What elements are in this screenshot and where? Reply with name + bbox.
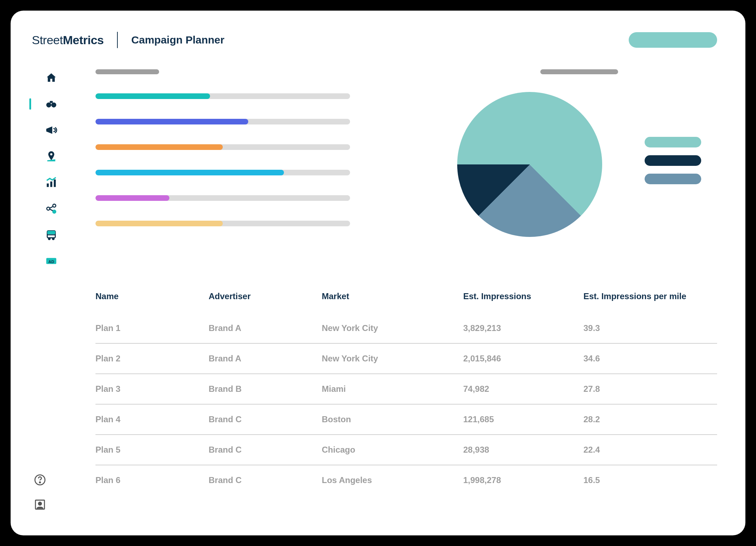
app-window: StreetMetrics Campaign Planner: [11, 11, 745, 535]
svg-point-12: [52, 238, 54, 240]
table-header-row: Name Advertiser Market Est. Impressions …: [95, 281, 717, 313]
bottom-utility-icons: [34, 474, 46, 511]
plans-table: Name Advertiser Market Est. Impressions …: [95, 281, 717, 495]
col-name: Name: [95, 291, 209, 301]
cell-advertiser: Brand A: [209, 354, 322, 364]
svg-point-3: [50, 153, 52, 155]
cell-impressions: 3,829,213: [463, 323, 583, 333]
bar-track: [95, 170, 350, 175]
cell-per_mile: 28.2: [583, 414, 717, 424]
cell-advertiser: Brand B: [209, 384, 322, 394]
bar-fill: [95, 93, 210, 99]
bar-fill: [95, 144, 223, 150]
svg-point-17: [40, 482, 41, 483]
sidebar-item-analytics[interactable]: [44, 175, 58, 190]
page-title: Campaign Planner: [131, 34, 224, 46]
cell-market: New York City: [322, 354, 463, 364]
svg-point-11: [48, 238, 50, 240]
cell-advertiser: Brand C: [209, 475, 322, 485]
cell-name: Plan 1: [95, 323, 209, 333]
cell-impressions: 1,998,278: [463, 475, 583, 485]
cell-name: Plan 2: [95, 354, 209, 364]
ad-icon: AD: [45, 255, 57, 267]
cell-impressions: 121,685: [463, 414, 583, 424]
legend-swatch: [645, 155, 701, 166]
cell-impressions: 74,982: [463, 384, 583, 394]
header: StreetMetrics Campaign Planner: [32, 32, 717, 48]
bus-icon: [45, 229, 57, 241]
user-icon[interactable]: [34, 499, 46, 511]
pie-chart-panel: [441, 69, 717, 246]
sidebar: AD: [32, 69, 71, 495]
sidebar-item-locations[interactable]: [44, 149, 58, 163]
sidebar-item-home[interactable]: [44, 71, 58, 85]
sidebar-item-transit[interactable]: [44, 228, 58, 242]
cell-impressions: 28,938: [463, 445, 583, 455]
bar-fill: [95, 119, 248, 124]
cell-advertiser: Brand C: [209, 445, 322, 455]
binoculars-icon: [45, 98, 57, 110]
table-row[interactable]: Plan 2Brand ANew York City2,015,84634.6: [95, 344, 717, 374]
table-row[interactable]: Plan 5Brand CChicago28,93822.4: [95, 435, 717, 465]
svg-rect-13: [47, 231, 56, 234]
svg-rect-6: [54, 180, 56, 187]
main-content: Name Advertiser Market Est. Impressions …: [71, 69, 717, 495]
cell-market: New York City: [322, 323, 463, 333]
cell-advertiser: Brand C: [209, 414, 322, 424]
cell-market: Boston: [322, 414, 463, 424]
chart-up-icon: [45, 176, 57, 188]
bar-track: [95, 93, 350, 99]
pie-chart: [457, 92, 602, 237]
sidebar-item-share[interactable]: [44, 202, 58, 216]
table-row[interactable]: Plan 3Brand BMiami74,98227.8: [95, 374, 717, 405]
brand-bold: Metrics: [63, 33, 104, 47]
legend-swatch: [645, 174, 701, 184]
bar-track: [95, 119, 350, 124]
cell-per_mile: 22.4: [583, 445, 717, 455]
brand-prefix: Street: [32, 33, 63, 47]
svg-point-1: [51, 103, 56, 108]
col-per-mile: Est. Impressions per mile: [583, 291, 717, 301]
bar-track: [95, 144, 350, 150]
bars-chart-title-placeholder: [95, 69, 159, 74]
col-market: Market: [322, 291, 463, 301]
svg-point-8: [53, 204, 56, 207]
header-action-button[interactable]: [629, 32, 717, 48]
col-impressions: Est. Impressions: [463, 291, 583, 301]
bar-track: [95, 221, 350, 226]
cell-name: Plan 3: [95, 384, 209, 394]
table-row[interactable]: Plan 4Brand CBoston121,68528.2: [95, 405, 717, 435]
map-pin-icon: [45, 150, 57, 162]
cell-per_mile: 34.6: [583, 354, 717, 364]
sidebar-item-campaigns[interactable]: [44, 123, 58, 137]
svg-rect-2: [50, 101, 53, 103]
cell-name: Plan 4: [95, 414, 209, 424]
help-icon[interactable]: [34, 474, 46, 486]
bar-track: [95, 195, 350, 201]
svg-point-19: [39, 502, 42, 505]
bar-fill: [95, 221, 223, 226]
svg-rect-4: [47, 184, 49, 187]
table-row[interactable]: Plan 6Brand CLos Angeles1,998,27816.5: [95, 465, 717, 495]
cell-name: Plan 5: [95, 445, 209, 455]
svg-point-7: [47, 207, 50, 210]
cell-advertiser: Brand A: [209, 323, 322, 333]
cell-per_mile: 16.5: [583, 475, 717, 485]
share-icon: [45, 203, 57, 215]
cell-market: Miami: [322, 384, 463, 394]
table-row[interactable]: Plan 1Brand ANew York City3,829,21339.3: [95, 313, 717, 344]
cell-name: Plan 6: [95, 475, 209, 485]
cell-market: Chicago: [322, 445, 463, 455]
bar-fill: [95, 170, 284, 175]
bar-fill: [95, 195, 169, 201]
cell-market: Los Angeles: [322, 475, 463, 485]
pie-legend: [645, 137, 701, 192]
sidebar-item-planner[interactable]: [44, 97, 58, 111]
svg-text:AD: AD: [48, 260, 54, 264]
megaphone-icon: [45, 124, 57, 136]
sidebar-item-ads[interactable]: AD: [44, 254, 58, 268]
svg-rect-5: [50, 181, 52, 187]
brand-logo: StreetMetrics: [32, 33, 104, 47]
home-icon: [45, 72, 57, 84]
bars-chart-panel: [95, 69, 406, 246]
